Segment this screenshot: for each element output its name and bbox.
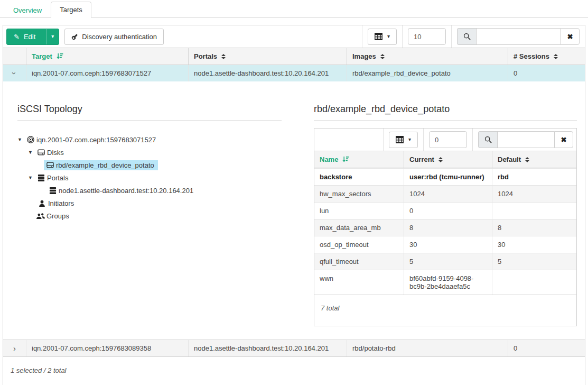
close-icon: ✖ bbox=[567, 33, 573, 41]
page-size-group bbox=[402, 25, 451, 48]
table-row-target-1[interactable]: › iqn.2001-07.com.ceph:1597683071527 nod… bbox=[3, 65, 585, 81]
user-icon bbox=[38, 200, 46, 207]
triangle-down-icon[interactable]: ▼ bbox=[17, 137, 26, 142]
cell-target: iqn.2001-07.com.ceph:1597683089358 bbox=[26, 340, 188, 356]
search-input[interactable] bbox=[476, 28, 561, 45]
discovery-auth-label: Discovery authentication bbox=[82, 33, 157, 41]
selection-status: 1 selected / 2 total bbox=[3, 357, 585, 385]
column-header-current[interactable]: Current bbox=[404, 151, 492, 168]
cell-current: 1024 bbox=[404, 186, 492, 202]
divider bbox=[17, 120, 282, 121]
cell-images: rbd/potato-rbd bbox=[347, 340, 508, 356]
table-grid-icon bbox=[396, 136, 404, 143]
edit-split-button[interactable]: ✎ Edit ▾ bbox=[6, 29, 59, 45]
discovery-auth-button[interactable]: Discovery authentication bbox=[64, 29, 164, 45]
tab-targets[interactable]: Targets bbox=[51, 2, 91, 18]
tree-node-label: Initiators bbox=[48, 199, 74, 207]
server-icon bbox=[48, 187, 57, 194]
cell-default: rbd bbox=[492, 169, 576, 185]
cell-portals: node1.asettle-dashboard.test:10.20.164.2… bbox=[188, 340, 347, 356]
cell-current: 0 bbox=[404, 203, 492, 219]
tree-node-label: Portals bbox=[47, 174, 68, 182]
tree-node-label: Groups bbox=[46, 212, 69, 220]
users-icon bbox=[36, 213, 45, 219]
tree-node-portal-item[interactable]: node1.asettle-dashboard.test:10.20.164.2… bbox=[48, 184, 282, 197]
search-icon bbox=[457, 28, 476, 45]
table-row-lun[interactable]: lun 0 bbox=[314, 202, 576, 219]
cell-current: user:rbd (tcmu-runner) bbox=[404, 169, 492, 185]
tree-node-disk-item[interactable]: rbd/example_rbd_device_potato bbox=[44, 159, 282, 171]
triangle-down-icon[interactable]: ▼ bbox=[28, 175, 36, 180]
iscsi-topology-panel: iSCSI Topology ▼ iqn.2001-07.com.ceph:15… bbox=[17, 104, 282, 340]
image-panel-title: rbd/example_rbd_device_potato bbox=[314, 104, 577, 115]
tree-node-target[interactable]: ▼ iqn.2001-07.com.ceph:1597683071527 bbox=[17, 133, 282, 146]
page-size-input[interactable] bbox=[429, 131, 467, 148]
topology-title: iSCSI Topology bbox=[17, 104, 282, 115]
table-row-wwn[interactable]: wwn bf60abfd-9159-4098-bc9b-2be4daaefa5c bbox=[314, 270, 576, 295]
tree-node-label: Disks bbox=[47, 149, 64, 157]
cell-default bbox=[492, 203, 576, 219]
tree-node-disks[interactable]: ▼ Disks bbox=[28, 146, 282, 159]
column-header-portals[interactable]: Portals bbox=[188, 48, 347, 65]
page-size-input[interactable] bbox=[408, 28, 446, 45]
sort-icon bbox=[438, 157, 443, 162]
image-table-toolbar: ▾ ✖ bbox=[314, 129, 576, 151]
cell-portals: node1.asettle-dashboard.test:10.20.164.2… bbox=[188, 65, 347, 81]
column-header-target[interactable]: Target bbox=[26, 48, 188, 65]
clear-search-button[interactable]: ✖ bbox=[561, 28, 580, 45]
cell-default: 1024 bbox=[492, 186, 576, 202]
tab-overview[interactable]: Overview bbox=[4, 2, 51, 18]
cell-current: 5 bbox=[404, 253, 492, 270]
column-header-images[interactable]: Images bbox=[347, 48, 508, 65]
search-group: ✖ bbox=[451, 25, 582, 48]
cell-name: osd_op_timeout bbox=[314, 236, 404, 253]
cell-name: hw_max_sectors bbox=[314, 186, 404, 202]
tree-node-initiators[interactable]: Initiators bbox=[38, 197, 282, 209]
table-row-backstore[interactable]: backstore user:rbd (tcmu-runner) rbd bbox=[314, 168, 576, 185]
search-input[interactable] bbox=[497, 131, 554, 148]
table-row-hw-max-sectors[interactable]: hw_max_sectors 1024 1024 bbox=[314, 185, 576, 202]
column-label: Images bbox=[352, 52, 376, 60]
search-icon bbox=[478, 131, 497, 148]
expander-column-header bbox=[3, 48, 26, 65]
column-header-sessions[interactable]: # Sessions bbox=[508, 48, 585, 65]
table-grid-icon bbox=[375, 33, 382, 40]
cell-name: max_data_area_mb bbox=[314, 219, 404, 236]
table-row-max-data-area-mb[interactable]: max_data_area_mb 8 8 bbox=[314, 219, 576, 236]
divider bbox=[314, 120, 577, 121]
table-row-qfull-timeout[interactable]: qfull_timeout 5 5 bbox=[314, 253, 576, 270]
row-expander[interactable]: › bbox=[3, 340, 26, 356]
caret-down-icon: ▾ bbox=[408, 137, 411, 142]
image-detail-panel: rbd/example_rbd_device_potato ▾ bbox=[314, 104, 577, 340]
column-label: Portals bbox=[194, 52, 217, 60]
table-row-osd-op-timeout[interactable]: osd_op_timeout 30 30 bbox=[314, 236, 576, 253]
selected-tree-node[interactable]: rbd/example_rbd_device_potato bbox=[44, 160, 158, 170]
hdd-icon bbox=[36, 149, 45, 155]
cell-name: qfull_timeout bbox=[314, 253, 404, 270]
edit-button-label: Edit bbox=[24, 33, 35, 41]
column-label: Target bbox=[32, 52, 52, 60]
edit-dropdown-toggle[interactable]: ▾ bbox=[46, 29, 59, 44]
tree-node-groups[interactable]: Groups bbox=[36, 209, 282, 222]
cell-default: 30 bbox=[492, 236, 576, 253]
tree-node-label: node1.asettle-dashboard.test:10.20.164.2… bbox=[59, 187, 193, 195]
tab-bar: Overview Targets bbox=[0, 0, 588, 18]
column-header-name[interactable]: Name bbox=[314, 151, 404, 168]
triangle-down-icon[interactable]: ▼ bbox=[28, 150, 36, 155]
target-detail-panel: iSCSI Topology ▼ iqn.2001-07.com.ceph:15… bbox=[3, 81, 585, 340]
tree-node-portals[interactable]: ▼ Portals bbox=[28, 171, 282, 184]
table-row-target-2[interactable]: › iqn.2001-07.com.ceph:1597683089358 nod… bbox=[3, 340, 585, 357]
iscsi-topology-tree: ▼ iqn.2001-07.com.ceph:1597683071527 ▼ D… bbox=[17, 133, 282, 222]
column-header-default[interactable]: Default bbox=[492, 151, 576, 168]
cell-current: bf60abfd-9159-4098-bc9b-2be4daaefa5c bbox=[404, 270, 492, 295]
column-label: Current bbox=[409, 155, 434, 163]
caret-down-icon: ▾ bbox=[387, 34, 390, 39]
column-toggle-button[interactable]: ▾ bbox=[389, 132, 418, 148]
chevron-right-icon: › bbox=[13, 344, 16, 352]
column-label: Default bbox=[498, 155, 521, 163]
edit-button[interactable]: ✎ Edit bbox=[7, 29, 42, 44]
column-toggle-button[interactable]: ▾ bbox=[368, 29, 397, 45]
cell-current: 8 bbox=[404, 219, 492, 236]
clear-search-button[interactable]: ✖ bbox=[554, 131, 573, 148]
row-expander[interactable]: › bbox=[3, 65, 26, 81]
